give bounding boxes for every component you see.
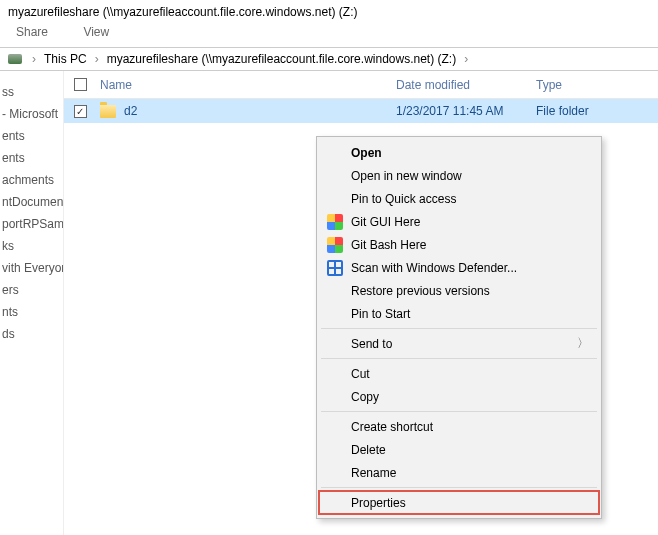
nav-item[interactable]: ntDocumen [2,191,61,213]
separator [321,358,597,359]
column-name[interactable]: Name [96,78,396,92]
ctx-pin-quick[interactable]: Pin to Quick access [319,187,599,210]
folder-icon [100,105,116,118]
row-checkbox[interactable] [74,105,87,118]
column-headers: Name Date modified Type [64,71,658,99]
ctx-shortcut[interactable]: Create shortcut [319,415,599,438]
shield-icon [327,260,343,276]
nav-item[interactable]: - Microsoft [2,103,61,125]
drive-icon [6,52,24,66]
ctx-cut[interactable]: Cut [319,362,599,385]
ctx-defender[interactable]: Scan with Windows Defender... [319,256,599,279]
menu-share[interactable]: Share [16,25,48,39]
separator [321,411,597,412]
ctx-open-new[interactable]: Open in new window [319,164,599,187]
nav-item[interactable]: nts [2,301,61,323]
nav-item[interactable]: ents [2,125,61,147]
chevron-right-icon: › [32,52,36,66]
menu-bar: Share View [0,21,658,47]
ctx-pin-start[interactable]: Pin to Start [319,302,599,325]
ctx-open[interactable]: Open [319,141,599,164]
nav-item[interactable]: ks [2,235,61,257]
nav-tree[interactable]: ss - Microsoft ents ents achments ntDocu… [0,71,64,535]
menu-view[interactable]: View [83,25,109,39]
file-type: File folder [536,104,658,118]
separator [321,328,597,329]
nav-item[interactable]: ss [2,81,61,103]
nav-item[interactable]: ers [2,279,61,301]
file-row[interactable]: d2 1/23/2017 11:45 AM File folder [64,99,658,123]
column-date[interactable]: Date modified [396,78,536,92]
git-icon [327,237,343,253]
ctx-restore[interactable]: Restore previous versions [319,279,599,302]
nav-item[interactable]: portRPSam [2,213,61,235]
column-type[interactable]: Type [536,78,658,92]
chevron-right-icon: › [464,52,468,66]
ctx-copy[interactable]: Copy [319,385,599,408]
ctx-git-bash[interactable]: Git Bash Here [319,233,599,256]
window-title: myazurefileshare (\\myazurefileaccount.f… [0,0,658,21]
breadcrumb-this-pc[interactable]: This PC [44,52,87,66]
chevron-right-icon: › [95,52,99,66]
address-bar[interactable]: › This PC › myazurefileshare (\\myazuref… [0,47,658,71]
nav-item[interactable]: ds [2,323,61,345]
select-all-checkbox[interactable] [74,78,87,91]
git-icon [327,214,343,230]
ctx-delete[interactable]: Delete [319,438,599,461]
nav-item[interactable]: achments [2,169,61,191]
file-date: 1/23/2017 11:45 AM [396,104,536,118]
chevron-right-icon: 〉 [577,335,589,352]
ctx-rename[interactable]: Rename [319,461,599,484]
nav-item[interactable]: ents [2,147,61,169]
breadcrumb-share[interactable]: myazurefileshare (\\myazurefileaccount.f… [107,52,456,66]
context-menu: Open Open in new window Pin to Quick acc… [316,136,602,519]
nav-item[interactable]: vith Everyon [2,257,61,279]
ctx-properties[interactable]: Properties [319,491,599,514]
ctx-git-gui[interactable]: Git GUI Here [319,210,599,233]
separator [321,487,597,488]
ctx-send-to[interactable]: Send to〉 [319,332,599,355]
file-name: d2 [124,104,137,118]
